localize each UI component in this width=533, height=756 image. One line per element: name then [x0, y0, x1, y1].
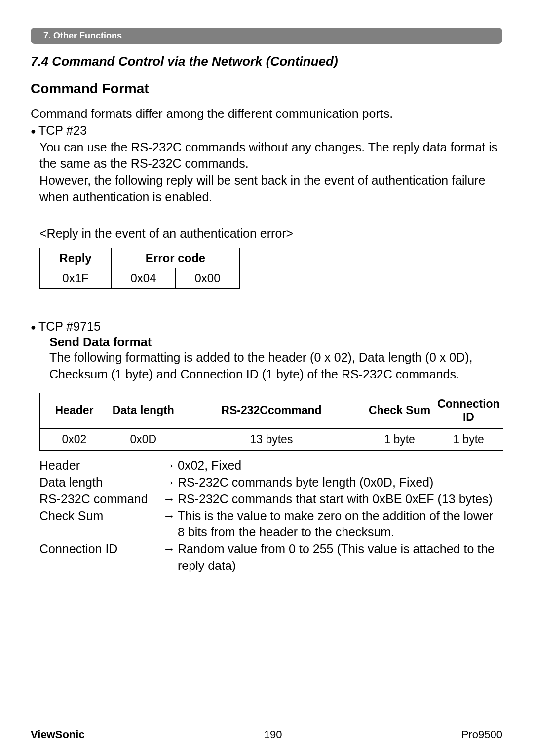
definitions-list: Header → 0x02, Fixed Data length → RS-23… — [39, 457, 502, 574]
def-desc-datalen: RS-232C commands byte length (0x0D, Fixe… — [178, 474, 502, 491]
section-tab-label: 7. Other Functions — [38, 30, 127, 42]
heading-7-4: 7.4 Command Control via the Network (Con… — [31, 54, 502, 69]
tcp23-label: TCP #23 — [38, 123, 87, 137]
th-connid: Connection ID — [434, 393, 503, 428]
def-row-datalen: Data length → RS-232C commands byte leng… — [39, 474, 502, 491]
bullet-tcp23: TCP #23 — [31, 122, 502, 139]
auth-error-caption: <Reply in the event of an authentication… — [31, 226, 502, 242]
th-checksum: Check Sum — [365, 393, 434, 428]
intro-text: Command formats differ among the differe… — [31, 106, 502, 122]
td-rs232: 13 bytes — [178, 428, 365, 451]
def-term-checksum: Check Sum — [39, 508, 163, 525]
def-row-rs232: RS-232C command → RS-232C commands that … — [39, 491, 502, 508]
page-footer: ViewSonic 190 Pro9500 — [31, 728, 502, 741]
tcp23-line1: You can use the RS-232C commands without… — [39, 139, 502, 173]
arrow-icon: → — [163, 457, 178, 474]
th-reply: Reply — [40, 248, 112, 268]
th-rs232: RS-232Ccommand — [178, 393, 365, 428]
heading-command-format: Command Format — [31, 81, 502, 97]
arrow-icon: → — [163, 474, 178, 491]
arrow-icon: → — [163, 508, 178, 525]
td-reply: 0x1F — [40, 268, 112, 289]
auth-error-table: Reply Error code 0x1F 0x04 0x00 — [39, 248, 240, 289]
footer-model: Pro9500 — [461, 728, 502, 741]
td-err1: 0x04 — [112, 268, 176, 289]
td-header: 0x02 — [40, 428, 109, 451]
def-row-connid: Connection ID → Random value from 0 to 2… — [39, 541, 502, 574]
def-row-checksum: Check Sum → This is the value to make ze… — [39, 508, 502, 541]
td-connid: 1 byte — [434, 428, 503, 451]
def-desc-checksum: This is the value to make zero on the ad… — [178, 508, 502, 541]
td-datalen: 0x0D — [109, 428, 178, 451]
send-data-desc: The following formatting is added to the… — [49, 349, 502, 383]
footer-page-number: 190 — [264, 728, 282, 741]
def-term-rs232: RS-232C command — [39, 491, 163, 508]
def-desc-header: 0x02, Fixed — [178, 457, 502, 474]
def-term-connid: Connection ID — [39, 541, 163, 558]
th-datalen: Data length — [109, 393, 178, 428]
def-term-header: Header — [39, 457, 163, 474]
td-checksum: 1 byte — [365, 428, 434, 451]
tcp9715-label: TCP #9715 — [38, 319, 101, 333]
footer-brand: ViewSonic — [31, 728, 85, 741]
th-errorcode: Error code — [112, 248, 240, 268]
def-term-datalen: Data length — [39, 474, 163, 491]
bullet-tcp9715: TCP #9715 — [31, 318, 502, 335]
packet-table: Header Data length RS-232Ccommand Check … — [39, 393, 503, 451]
def-desc-rs232: RS-232C commands that start with 0xBE 0x… — [178, 491, 502, 508]
arrow-icon: → — [163, 491, 178, 508]
send-data-heading: Send Data format — [49, 335, 502, 349]
tcp23-line2: However, the following reply will be sen… — [39, 172, 502, 206]
def-row-header: Header → 0x02, Fixed — [39, 457, 502, 474]
arrow-icon: → — [163, 541, 178, 558]
section-tab: 7. Other Functions — [31, 28, 502, 44]
def-desc-connid: Random value from 0 to 255 (This value i… — [178, 541, 502, 574]
td-err2: 0x00 — [176, 268, 240, 289]
th-header: Header — [40, 393, 109, 428]
